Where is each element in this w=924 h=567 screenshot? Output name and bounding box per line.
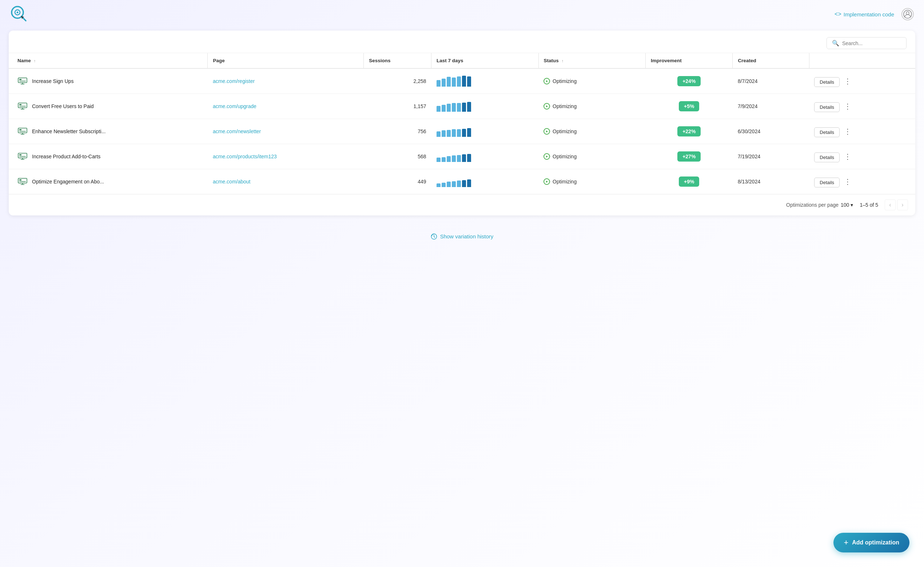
per-page-select[interactable]: 100 ▾ [841, 202, 853, 208]
cell-status: Optimizing [538, 169, 646, 194]
cell-actions: Details ⋮ [809, 94, 915, 119]
cell-status: Optimizing [538, 144, 646, 169]
status-circle [543, 103, 550, 110]
cell-page: acme.com/newsletter [208, 119, 364, 144]
optimizations-table: Name ↑ Page Sessions Last 7 days Status … [9, 53, 915, 194]
search-input[interactable] [842, 41, 901, 46]
logo [10, 5, 27, 23]
col-header-sessions: Sessions [364, 53, 432, 68]
search-input-wrapper[interactable]: 🔍 [826, 37, 906, 49]
cell-page: acme.com/register [208, 68, 364, 94]
details-button[interactable]: Details [814, 102, 840, 112]
page-link[interactable]: acme.com/register [213, 78, 255, 84]
svg-rect-18 [19, 129, 21, 130]
bar [447, 156, 451, 162]
implementation-code-link[interactable]: <> Implementation code [834, 11, 894, 18]
header-right: <> Implementation code [834, 8, 914, 20]
status-circle [543, 153, 550, 160]
sort-arrow-status: ↑ [562, 59, 564, 63]
status-circle [543, 128, 550, 135]
cell-last7 [432, 68, 539, 94]
cell-actions: Details ⋮ [809, 169, 915, 194]
col-header-actions [809, 53, 915, 68]
fab-label: Add optimization [852, 539, 899, 546]
bar [462, 180, 466, 187]
col-header-name: Name ↑ [9, 53, 208, 68]
status-circle [543, 178, 550, 185]
details-button[interactable]: Details [814, 152, 840, 162]
cell-sessions: 449 [364, 169, 432, 194]
more-menu-button[interactable]: ⋮ [841, 101, 855, 112]
bar [467, 154, 471, 162]
bar [447, 77, 451, 87]
variation-history-label: Show variation history [440, 233, 494, 239]
more-menu-button[interactable]: ⋮ [841, 75, 855, 87]
svg-point-3 [17, 12, 18, 14]
bar-chart [436, 76, 534, 87]
bar [447, 104, 451, 112]
cell-actions: Details ⋮ [809, 119, 915, 144]
bar [442, 157, 446, 162]
status-label: Optimizing [553, 103, 577, 109]
page-link[interactable]: acme.com/about [213, 179, 250, 185]
more-menu-button[interactable]: ⋮ [841, 151, 855, 162]
svg-rect-8 [19, 79, 21, 80]
improvement-badge: +24% [677, 76, 700, 86]
opt-icon [18, 127, 28, 135]
cell-page: acme.com/upgrade [208, 94, 364, 119]
bar [447, 182, 451, 187]
opt-icon [18, 177, 28, 186]
col-header-page: Page [208, 53, 364, 68]
table-row: Increase Sign Ups acme.com/register2,258… [9, 68, 915, 94]
bar [457, 129, 461, 137]
svg-rect-29 [19, 181, 26, 182]
next-page-button[interactable]: › [897, 199, 908, 211]
details-button[interactable]: Details [814, 77, 840, 87]
svg-rect-27 [18, 178, 27, 183]
details-button[interactable]: Details [814, 127, 840, 137]
per-page-label: Optimizations per page [786, 202, 838, 208]
opt-icon [18, 152, 28, 161]
status-label: Optimizing [553, 179, 577, 185]
bar [457, 180, 461, 187]
page-link[interactable]: acme.com/newsletter [213, 128, 261, 134]
page-link[interactable]: acme.com/upgrade [213, 103, 256, 109]
col-header-improvement: Improvement [646, 53, 733, 68]
prev-page-button[interactable]: ‹ [885, 199, 896, 211]
bar [452, 181, 456, 187]
opt-name: Convert Free Users to Paid [32, 103, 94, 109]
bar [442, 183, 446, 187]
status-label: Optimizing [553, 153, 577, 159]
cell-improvement: +24% [646, 68, 733, 94]
opt-name: Increase Product Add-to-Carts [32, 153, 100, 159]
per-page-value: 100 [841, 202, 849, 208]
bar [436, 158, 441, 162]
page-link[interactable]: acme.com/products/item123 [213, 153, 277, 159]
cell-sessions: 1,157 [364, 94, 432, 119]
col-header-created: Created [733, 53, 809, 68]
status-circle [543, 78, 550, 84]
opt-name: Optimize Engagement on Abo... [32, 179, 104, 185]
table-footer: Optimizations per page 100 ▾ 1–5 of 5 ‹ … [9, 194, 915, 215]
user-avatar[interactable] [902, 8, 914, 20]
history-icon [431, 233, 437, 240]
cell-status: Optimizing [538, 119, 646, 144]
bar [467, 77, 471, 87]
improvement-badge: +9% [679, 176, 699, 187]
search-bar: 🔍 [9, 30, 915, 53]
more-menu-button[interactable]: ⋮ [841, 126, 855, 137]
bar [452, 129, 456, 137]
bar [436, 131, 441, 137]
more-menu-button[interactable]: ⋮ [841, 176, 855, 187]
add-optimization-button[interactable]: + Add optimization [833, 533, 909, 552]
svg-point-6 [906, 12, 909, 15]
bar [457, 103, 461, 112]
show-variation-history-link[interactable]: Show variation history [431, 233, 494, 240]
status-label: Optimizing [553, 128, 577, 134]
bar [467, 179, 471, 187]
bar [452, 155, 456, 162]
improvement-badge: +5% [679, 101, 699, 111]
bar [442, 130, 446, 137]
details-button[interactable]: Details [814, 177, 840, 187]
bar [436, 183, 441, 187]
